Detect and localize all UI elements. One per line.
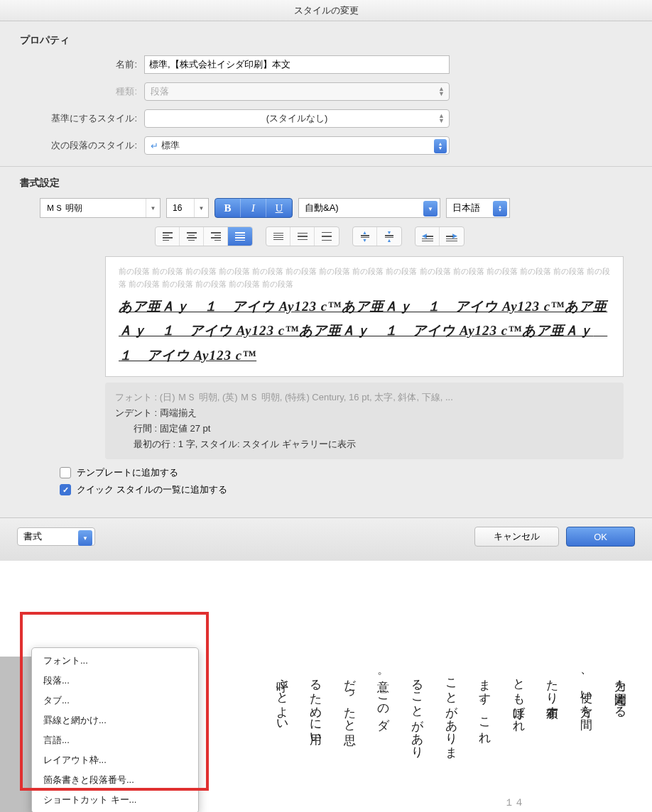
dialog-body: プロパティ 名前: 種類: 段落 ▲▼ 基準にするスタイル: (スタイルなし) … bbox=[0, 21, 652, 517]
chevron-down-icon: ▼ bbox=[146, 199, 160, 217]
formatting-heading: 書式設定 bbox=[20, 177, 638, 190]
menu-language[interactable]: 言語... bbox=[32, 730, 198, 750]
desc-line-3: 最初の行 : 1 字, スタイル: スタイル ギャラリーに表示 bbox=[115, 437, 614, 452]
chevron-down-icon: ▼ bbox=[423, 201, 438, 216]
chevron-updown-icon: ▲▼ bbox=[493, 201, 507, 216]
align-justify-button[interactable] bbox=[228, 227, 252, 246]
doc-col: たり頒布す bbox=[541, 671, 563, 812]
doc-col: ます。これ bbox=[474, 671, 496, 812]
preview-sample-text: あア亜Ａｙ １ アイウ Ay123 c™あア亜Ａｙ １ アイウ Ay123 c™… bbox=[119, 295, 610, 368]
ok-button[interactable]: OK bbox=[566, 527, 635, 547]
align-right-button[interactable] bbox=[204, 227, 228, 246]
doc-col: ことがありま bbox=[440, 671, 462, 812]
format-dropdown-button[interactable]: 書式 ▼ bbox=[17, 527, 95, 546]
biu-group: B I U bbox=[214, 198, 293, 218]
spacing-2-button[interactable] bbox=[315, 227, 339, 246]
font-color-value: 自動&A) bbox=[305, 202, 339, 214]
line-spacing-group bbox=[266, 226, 339, 246]
add-quick-checkbox[interactable] bbox=[60, 484, 71, 495]
based-on-label: 基準にするスタイル: bbox=[20, 112, 144, 125]
language-value: 日本語 bbox=[452, 202, 480, 214]
underline-button[interactable]: U bbox=[266, 199, 292, 217]
doc-col: 、使い方を間 bbox=[575, 671, 597, 812]
desc-line-0: フォント : (日) ＭＳ 明朝, (英) ＭＳ 明朝, (特殊) Centur… bbox=[115, 390, 614, 405]
chevron-down-icon: ▼ bbox=[194, 199, 208, 217]
para-space-inc-button[interactable]: ▲▼ bbox=[353, 227, 377, 246]
alignment-group bbox=[155, 226, 253, 246]
chevron-updown-icon: ▲▼ bbox=[438, 114, 445, 124]
format-dropdown-menu: フォント... 段落... タブ... 罫線と網かけ... 言語... レイアウ… bbox=[31, 647, 199, 812]
menu-frame[interactable]: レイアウト枠... bbox=[32, 750, 198, 770]
dialog-footer: 書式 ▼ キャンセル OK bbox=[0, 517, 652, 561]
language-select[interactable]: 日本語 ▲▼ bbox=[446, 198, 510, 218]
based-on-value: (スタイルなし) bbox=[266, 112, 328, 125]
preview-before-text: 前の段落 前の段落 前の段落 前の段落 前の段落 前の段落 前の段落 前の段落 … bbox=[119, 265, 610, 290]
style-description: フォント : (日) ＭＳ 明朝, (英) ＭＳ 明朝, (特殊) Centur… bbox=[105, 383, 624, 459]
decrease-indent-button[interactable]: ◀ bbox=[415, 227, 440, 246]
next-style-select[interactable]: ↵ 標準 ▲▼ bbox=[144, 136, 450, 155]
paragraph-icon: ↵ bbox=[151, 141, 158, 151]
doc-col: だったと思 bbox=[339, 671, 361, 812]
para-spacing-group: ▲▼ ▼▲ bbox=[352, 226, 402, 246]
add-template-checkbox[interactable] bbox=[60, 467, 71, 478]
menu-shortcut[interactable]: ショートカット キー... bbox=[32, 790, 198, 810]
add-quick-label: クイック スタイルの一覧に追加する bbox=[77, 483, 227, 496]
menu-font[interactable]: フォント... bbox=[32, 651, 198, 671]
bold-button[interactable]: B bbox=[215, 199, 241, 217]
doc-col: とも呼ばれ bbox=[508, 671, 530, 812]
doc-col: 呼ぶとよい bbox=[271, 671, 293, 812]
type-value: 段落 bbox=[151, 85, 169, 98]
font-color-select[interactable]: 自動&A) ▼ bbox=[298, 198, 440, 218]
font-family-value: ＭＳ 明朝 bbox=[46, 202, 82, 214]
format-dropdown-label: 書式 bbox=[23, 530, 42, 543]
next-style-label: 次の段落のスタイル: bbox=[20, 139, 144, 152]
align-left-button[interactable] bbox=[156, 227, 180, 246]
cancel-button[interactable]: キャンセル bbox=[474, 527, 559, 547]
font-size-value: 16 bbox=[173, 203, 182, 213]
italic-button[interactable]: I bbox=[241, 199, 266, 217]
add-template-label: テンプレートに追加する bbox=[77, 466, 178, 479]
font-size-select[interactable]: 16 ▼ bbox=[166, 198, 209, 218]
desc-line-2: 行間 : 固定値 27 pt bbox=[115, 421, 614, 437]
properties-heading: プロパティ bbox=[20, 34, 638, 47]
chevron-updown-icon: ▲▼ bbox=[438, 87, 445, 97]
menu-numbering[interactable]: 箇条書きと段落番号... bbox=[32, 770, 198, 790]
type-select: 段落 ▲▼ bbox=[144, 82, 450, 101]
next-style-value: 標準 bbox=[161, 139, 180, 152]
increase-indent-button[interactable]: ▶ bbox=[440, 227, 464, 246]
name-label: 名前: bbox=[20, 58, 144, 71]
doc-col: 意。このダ bbox=[372, 671, 394, 812]
font-family-select[interactable]: ＭＳ 明朝 ▼ bbox=[40, 198, 161, 218]
type-label: 種類: bbox=[20, 85, 144, 98]
menu-paragraph[interactable]: 段落... bbox=[32, 671, 198, 691]
desc-line-1: ンデント : 両端揃え bbox=[115, 405, 614, 421]
page-number: １４ bbox=[504, 796, 524, 809]
spacing-1-button[interactable] bbox=[266, 227, 290, 246]
doc-col: ることがあり bbox=[406, 671, 428, 812]
menu-tabs[interactable]: タブ... bbox=[32, 691, 198, 710]
chevron-down-icon: ▼ bbox=[78, 530, 92, 546]
name-input[interactable] bbox=[144, 55, 450, 74]
dialog-title: スタイルの変更 bbox=[0, 0, 652, 21]
menu-borders[interactable]: 罫線と網かけ... bbox=[32, 710, 198, 730]
align-center-button[interactable] bbox=[180, 227, 204, 246]
spacing-15-button[interactable] bbox=[290, 227, 315, 246]
indent-group: ◀ ▶ bbox=[415, 226, 464, 246]
doc-col: るために用い bbox=[305, 671, 327, 812]
document-page: 力を間違える 、使い方を間 たり頒布す とも呼ばれ ます。これ ことがありま る… bbox=[142, 657, 652, 812]
chevron-updown-icon: ▲▼ bbox=[434, 139, 447, 153]
based-on-select[interactable]: (スタイルなし) ▲▼ bbox=[144, 109, 450, 128]
doc-col: 力を間違える bbox=[609, 671, 631, 812]
style-preview: 前の段落 前の段落 前の段落 前の段落 前の段落 前の段落 前の段落 前の段落 … bbox=[105, 256, 624, 377]
para-space-dec-button[interactable]: ▼▲ bbox=[377, 227, 401, 246]
